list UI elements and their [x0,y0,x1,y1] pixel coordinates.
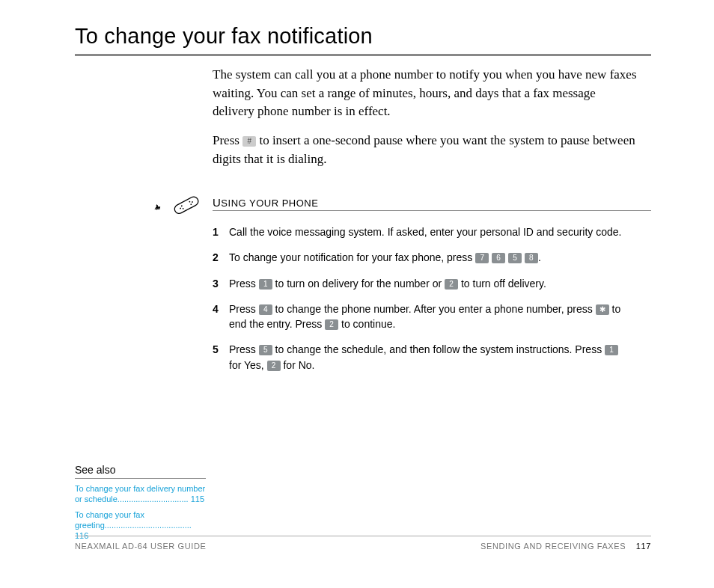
step-text: for No. [281,359,315,371]
keypad-key-icon: 2 [267,361,281,371]
step-text: to continue. [338,318,395,330]
step-number: 1 [213,224,229,239]
step-body: Press 1 to turn on delivery for the numb… [229,276,632,291]
intro-p2a: Press [213,133,242,147]
step-2: 2To change your notification for your fa… [213,250,632,265]
step-4: 4Press 4 to change the phone number. Aft… [213,301,632,332]
footer-rule [75,536,651,536]
keypad-key-icon: 1 [259,279,272,290]
step-body: Press 4 to change the phone number. Afte… [229,301,632,332]
keypad-key-icon: 1 [605,345,618,355]
step-text: Press [229,303,259,315]
keypad-key-icon: 7 [475,253,489,263]
step-text: . [538,251,541,263]
step-text: to change the schedule, and then follow … [272,343,605,355]
keypad-key-icon: ✱ [596,304,609,315]
page-number: 117 [636,542,651,551]
phone-handset-icon [153,192,206,221]
step-body: Call the voice messaging system. If aske… [229,224,632,239]
footer-right: SENDING AND RECEIVING FAXES 117 [480,542,651,551]
using-your-phone-heading: USING YOUR PHONE [213,196,318,209]
key-hash-icon: # [242,136,256,147]
step-3: 3Press 1 to turn on delivery for the num… [213,276,632,291]
step-text: to turn off delivery. [458,278,546,290]
keypad-key-icon: 8 [525,253,538,263]
step-text: for Yes, [229,359,267,371]
heading-rest: SING YOUR PHONE [221,197,318,209]
step-1: 1Call the voice messaging system. If ask… [213,224,632,239]
see-also-link-greeting[interactable]: To change your fax greeting.............… [75,509,206,542]
steps-list: 1Call the voice messaging system. If ask… [213,224,632,383]
step-text: Press [229,278,259,290]
svg-rect-0 [173,195,200,215]
step-text: To change your notification for your fax… [229,251,475,263]
step-number: 2 [213,250,229,265]
heading-rule [213,210,651,211]
keypad-key-icon: 5 [259,345,272,355]
step-text: to turn on delivery for the number or [272,278,445,290]
step-body: Press 5 to change the schedule, and then… [229,342,632,373]
step-text: Call the voice messaging system. If aske… [229,226,621,238]
step-number: 5 [213,342,229,373]
keypad-key-icon: 4 [259,304,272,315]
see-also-link-delivery[interactable]: To change your fax delivery number or sc… [75,483,206,505]
title-rule [75,54,651,56]
page: To change your fax notification The syst… [0,0,714,588]
step-number: 4 [213,301,229,332]
keypad-key-icon: 2 [445,279,458,290]
footer-left: NEAXMAIL AD-64 USER GUIDE [75,542,206,551]
heading-cap: U [213,196,221,209]
see-also-block: See also To change your fax delivery num… [75,464,206,545]
page-title: To change your fax notification [75,24,373,49]
keypad-key-icon: 2 [325,319,338,330]
intro-paragraph-2: Press # to insert a one-second pause whe… [213,132,639,168]
keypad-key-icon: 6 [492,253,505,263]
step-text: Press [229,343,259,355]
intro-p2b: to insert a one-second pause where you w… [213,133,635,166]
step-body: To change your notification for your fax… [229,250,632,265]
intro-paragraph-1: The system can call you at a phone numbe… [213,66,639,121]
see-also-title: See also [75,464,206,479]
step-text: to change the phone number. After you en… [272,303,596,315]
intro-block: The system can call you at a phone numbe… [213,66,639,179]
keypad-key-icon: 5 [508,253,522,263]
step-number: 3 [213,276,229,291]
footer-section: SENDING AND RECEIVING FAXES [480,542,626,551]
step-5: 5Press 5 to change the schedule, and the… [213,342,632,373]
